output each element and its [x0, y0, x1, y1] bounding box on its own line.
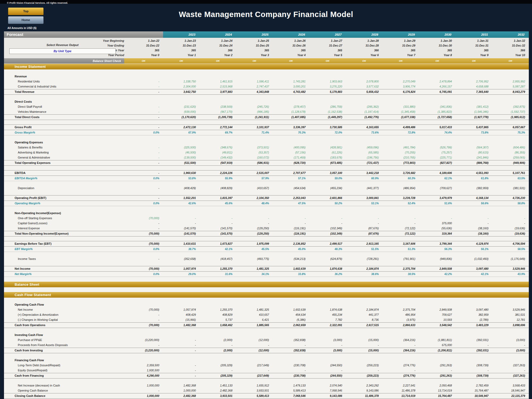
cell[interactable]: (210,765) [383, 155, 419, 160]
cell[interactable]: 3,276,220 [309, 84, 346, 89]
cell[interactable]: 2,270,049 [383, 79, 419, 84]
cell[interactable]: (53,357) [236, 150, 273, 155]
cell[interactable]: 2,706,952 [456, 79, 492, 84]
cell[interactable]: (241,846) [456, 155, 492, 160]
cell[interactable]: 2,304,000 [163, 84, 200, 89]
cell[interactable]: (1,592,737) [492, 109, 529, 114]
cell[interactable]: 3,906,774 [383, 84, 419, 89]
cell[interactable]: (295,362) [346, 104, 383, 109]
cell[interactable]: (70,255) [383, 150, 419, 155]
cell[interactable]: (139,500) [163, 155, 200, 160]
cell[interactable]: (428,581) [309, 145, 346, 150]
cell[interactable]: (183,678) [309, 155, 346, 160]
cell: 50.2% [309, 201, 346, 206]
cell[interactable]: (46,500) [163, 150, 200, 155]
cell[interactable]: - [346, 216, 383, 221]
cell[interactable]: 2,515,968 [200, 84, 236, 89]
cell[interactable]: (61,226) [309, 150, 346, 155]
cell[interactable]: (86,355) [492, 150, 529, 155]
cell[interactable]: - [200, 216, 236, 221]
cell[interactable]: 4,658,688 [456, 84, 492, 89]
cell[interactable]: - [273, 216, 309, 221]
cell[interactable]: (348,676) [200, 145, 236, 150]
cell: 1,255,370 [200, 307, 236, 312]
spacer-row [4, 191, 529, 195]
cell[interactable]: (1,162,538) [309, 109, 346, 114]
cell[interactable]: (459,096) [346, 145, 383, 150]
cell[interactable]: - [124, 104, 163, 109]
cell[interactable]: (996,185) [236, 109, 273, 114]
revenue-output-select[interactable]: By Unit Type [9, 48, 116, 54]
cell[interactable]: (341,836) [419, 104, 456, 109]
cell[interactable]: 2,747,437 [236, 84, 273, 89]
cell[interactable]: (400,095) [273, 145, 309, 150]
cell[interactable]: 3,000,201 [273, 84, 309, 89]
cell[interactable]: 1,743,281 [273, 79, 309, 84]
cell[interactable]: (160,072) [236, 155, 273, 160]
cell: (141,570) [163, 231, 200, 236]
cell[interactable]: (196,756) [346, 155, 383, 160]
cell[interactable]: (967,170) [200, 109, 236, 114]
cell[interactable]: (80,615) [456, 150, 492, 155]
cell[interactable]: 1,461,915 [200, 79, 236, 84]
cell[interactable]: - [383, 216, 419, 221]
cell[interactable]: (245,726) [236, 104, 273, 109]
cell[interactable]: (149,432) [200, 155, 236, 160]
cell[interactable]: (65,585) [346, 150, 383, 155]
cell[interactable]: - [492, 216, 529, 221]
cell[interactable]: 1,903,663 [309, 79, 346, 84]
cell[interactable]: (259,065) [492, 155, 529, 160]
cell[interactable]: (331,880) [383, 104, 419, 109]
cell[interactable]: (171,469) [273, 155, 309, 160]
cell[interactable]: (1,546,346) [456, 109, 492, 114]
cell[interactable]: - [163, 216, 200, 221]
cell[interactable]: (604,486) [492, 145, 529, 150]
cell: 8,736 [346, 317, 383, 322]
row-label: EBT Margin% [4, 247, 124, 252]
cell[interactable]: (1,197,414) [346, 109, 383, 114]
cell[interactable]: 1,338,750 [163, 79, 200, 84]
cell[interactable]: 5,087,287 [492, 84, 529, 89]
cell[interactable]: (278,407) [273, 104, 309, 109]
cell[interactable]: - [456, 216, 492, 221]
cell[interactable]: (564,307) [456, 145, 492, 150]
cell[interactable]: 2,955,992 [492, 79, 529, 84]
cell[interactable]: (1,128,678) [273, 109, 309, 114]
cell[interactable]: (57,156) [273, 150, 309, 155]
cell[interactable]: - [124, 155, 163, 160]
cell[interactable]: (939,000) [163, 109, 200, 114]
cell[interactable]: 1,596,411 [236, 79, 273, 84]
cell[interactable]: - [124, 109, 163, 114]
cell[interactable]: 3,577,632 [346, 84, 383, 89]
cell[interactable]: (392,875) [492, 104, 529, 109]
cell[interactable]: (373,501) [236, 145, 273, 150]
cell: 31-Dec-23 [163, 43, 200, 48]
cell[interactable]: (325,500) [163, 145, 200, 150]
cell: 1,815,397 [200, 196, 236, 201]
cell[interactable]: - [419, 216, 456, 221]
cell: 366 [200, 48, 236, 53]
cell[interactable]: (1,345,458) [383, 109, 419, 114]
cell[interactable]: (526,799) [419, 145, 456, 150]
cell[interactable]: (1,385,822) [419, 109, 456, 114]
cell[interactable]: - [236, 216, 273, 221]
cell[interactable]: 2,478,894 [419, 79, 456, 84]
cell[interactable]: 2,078,800 [346, 79, 383, 84]
cell[interactable]: (381,412) [456, 104, 492, 109]
cell[interactable]: (238,569) [200, 104, 236, 109]
cell[interactable]: - [309, 216, 346, 221]
cell[interactable]: (75,257) [419, 150, 456, 155]
cell[interactable]: (49,811) [200, 150, 236, 155]
cell[interactable]: (231,620) [163, 104, 200, 109]
cell[interactable]: (225,771) [419, 155, 456, 160]
cell[interactable]: (286,759) [309, 104, 346, 109]
cell[interactable]: 4,266,157 [419, 84, 456, 89]
cell[interactable]: - [124, 84, 163, 89]
cell[interactable]: (491,784) [383, 145, 419, 150]
cell[interactable]: - [124, 79, 163, 84]
cell: (728,291) [346, 256, 383, 261]
cell: 63.5% [492, 176, 529, 181]
cell[interactable]: - [124, 145, 163, 150]
cell[interactable]: - [124, 150, 163, 155]
cell[interactable]: (70,000) [124, 216, 163, 221]
